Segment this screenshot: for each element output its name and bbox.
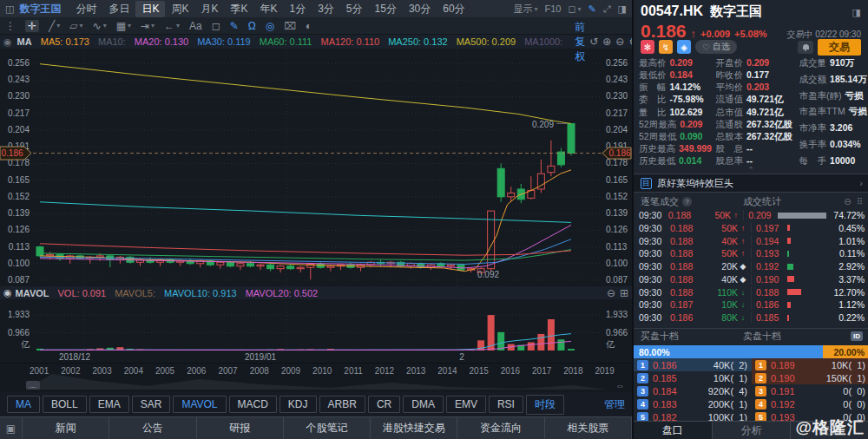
indicator-tab-ARBR[interactable]: ARBR xyxy=(319,396,365,413)
timeline-year-2002[interactable]: 2002 xyxy=(61,366,80,376)
minimize-icon[interactable]: ⊖ xyxy=(607,287,615,299)
target-icon[interactable]: ◎ xyxy=(266,20,274,32)
window-split-icon[interactable]: ◫ xyxy=(5,3,14,15)
period-tab-5分[interactable]: 5分 xyxy=(340,1,369,17)
timeline-year-2003[interactable]: 2003 xyxy=(92,366,111,376)
arrow-tool-icon[interactable]: ←▾ xyxy=(164,20,180,32)
indicator-tab-EMA[interactable]: EMA xyxy=(89,396,129,413)
indicator-tab-RSI[interactable]: RSI xyxy=(489,396,523,413)
timeline-year-2018[interactable]: 2018 xyxy=(563,366,582,376)
trash-icon[interactable]: ⌧ xyxy=(284,20,296,32)
magnet-icon[interactable]: Ω xyxy=(248,20,256,32)
indicator-tab-时段[interactable]: 时段 xyxy=(526,395,564,415)
collapse-icon[interactable]: ◉ xyxy=(3,36,12,48)
timeline-more-button[interactable]: ... xyxy=(26,381,40,390)
timeline-year-2016[interactable]: 2016 xyxy=(501,366,520,376)
indicator-tab-CR[interactable]: CR xyxy=(368,396,400,413)
zoom-in-icon[interactable]: ⊕ xyxy=(602,36,611,48)
period-tab-月K[interactable]: 月K xyxy=(194,1,224,17)
document-icon[interactable]: ◨ xyxy=(852,7,861,18)
timeline-year-2005[interactable]: 2005 xyxy=(155,366,174,376)
polygon-tool-icon[interactable]: ▱▾ xyxy=(69,20,82,32)
timeline-year-2004[interactable]: 2004 xyxy=(124,366,143,376)
ask-level-3[interactable]: 30.1910( 0) xyxy=(752,384,868,397)
grip-icon[interactable]: ⋮ xyxy=(5,20,16,32)
period-tab-3分[interactable]: 3分 xyxy=(312,1,340,17)
indicator-tab-KDJ[interactable]: KDJ xyxy=(279,396,317,413)
wave-tool-icon[interactable]: ∿▾ xyxy=(93,20,107,32)
ask-level-2[interactable]: 20.190150K( 1) xyxy=(752,371,868,384)
panel-tab-盘口[interactable]: 盘口 xyxy=(634,422,713,439)
ask-level-1[interactable]: 10.18910K( 1) xyxy=(752,358,868,371)
layout-dropdown[interactable]: ◻▾ xyxy=(568,3,581,15)
grid-view-icon[interactable]: ⠿ xyxy=(857,197,863,206)
period-tab-年K[interactable]: 年K xyxy=(253,1,283,17)
gann-tool-icon[interactable]: ▦▾ xyxy=(116,20,131,32)
nav-window-icon[interactable]: ▣ xyxy=(0,417,23,439)
trend-line-icon[interactable]: ╱▾ xyxy=(49,20,60,32)
bid-level-2[interactable]: 20.18510K( 1) xyxy=(634,371,752,384)
collapse-icon[interactable]: ◉ xyxy=(3,287,12,298)
manage-indicators-button[interactable]: 管理 xyxy=(604,397,625,412)
nav-tab-研报[interactable]: 研报 xyxy=(197,417,284,439)
minus-circle-icon[interactable]: ⊖ xyxy=(844,197,851,206)
timeline-year-2012[interactable]: 2012 xyxy=(375,366,394,376)
display-dropdown[interactable]: 显示▾ xyxy=(513,3,537,16)
adjust-mode-button[interactable]: 前复权 xyxy=(575,20,585,64)
contrast-icon[interactable]: ◐ xyxy=(306,20,312,32)
nav-tab-公告[interactable]: 公告 xyxy=(109,417,196,439)
bid-level-4[interactable]: 40.183200K( 1) xyxy=(634,397,752,410)
expand-icon[interactable]: ⊞ xyxy=(620,287,628,299)
period-tab-分时[interactable]: 分时 xyxy=(69,1,102,17)
indicator-tab-SAR[interactable]: SAR xyxy=(132,396,171,413)
period-tab-1分[interactable]: 1分 xyxy=(283,1,312,17)
fullscreen-icon[interactable]: ⤢ xyxy=(603,3,611,15)
timeline-year-2014[interactable]: 2014 xyxy=(437,366,457,376)
period-tab-季K[interactable]: 季K xyxy=(224,1,253,17)
crosshair-move-icon[interactable]: ✛ xyxy=(25,20,39,32)
f10-button[interactable]: F10 xyxy=(544,3,561,14)
draw-pen-icon[interactable]: ✎ xyxy=(589,3,596,15)
period-tab-15分[interactable]: 15分 xyxy=(369,1,403,17)
bid-level-5[interactable]: 50.182100K( 1) xyxy=(634,410,752,421)
add-favorite-button[interactable]: ♡自选 xyxy=(695,40,737,54)
timeline-year-2007[interactable]: 2007 xyxy=(218,366,237,376)
hline-tool-icon[interactable]: ⇥▾ xyxy=(141,20,155,32)
nav-tab-港股快捷交易[interactable]: 港股快捷交易 xyxy=(371,417,457,439)
period-tab-60分[interactable]: 60分 xyxy=(437,1,470,17)
timeline-year-2011[interactable]: 2011 xyxy=(344,366,363,376)
period-tab-日K[interactable]: 日K xyxy=(135,1,165,17)
timeline-navigator[interactable]: 2001200220032004200520062007200820092010… xyxy=(0,363,632,392)
undo-icon[interactable]: ↺ xyxy=(589,36,598,48)
indicator-tab-MAVOL[interactable]: MAVOL xyxy=(173,396,226,413)
indicator-tab-DMA[interactable]: DMA xyxy=(403,396,444,413)
help-icon[interactable]: ? xyxy=(682,197,692,206)
bid-level-3[interactable]: 30.184920K( 4) xyxy=(634,384,752,397)
timeline-year-2001[interactable]: 2001 xyxy=(30,366,49,376)
indicator-tab-MACD[interactable]: MACD xyxy=(229,396,277,413)
callout-tool-icon[interactable]: ◻ xyxy=(212,20,220,32)
trade-button[interactable]: 交易 xyxy=(818,39,861,56)
alert-bell-button[interactable] xyxy=(798,41,813,54)
broker-id-toggle[interactable]: ID xyxy=(851,331,863,341)
timeline-year-2008[interactable]: 2008 xyxy=(250,366,269,376)
period-tab-30分[interactable]: 30分 xyxy=(403,1,437,17)
nav-tab-新闻[interactable]: 新闻 xyxy=(23,417,109,439)
info-collapse-chevron[interactable]: ⌃ xyxy=(634,167,868,174)
period-tab-多日[interactable]: 多日 xyxy=(102,1,135,17)
timeline-year-2010[interactable]: 2010 xyxy=(312,366,332,376)
timeline-year-2006[interactable]: 2006 xyxy=(187,366,206,376)
period-tab-周K[interactable]: 周K xyxy=(165,1,194,17)
nav-tab-资金流向[interactable]: 资金流向 xyxy=(457,417,544,439)
panel-toggle-icon[interactable]: ◨ xyxy=(618,3,627,15)
kline-chart[interactable]: 0.2560.2560.2430.2430.2300.2300.2170.217… xyxy=(0,35,632,363)
timeline-year-2019[interactable]: 2019 xyxy=(595,366,614,376)
ask-level-4[interactable]: 40.1920( 0) xyxy=(752,397,868,410)
zoom-out-icon[interactable]: ⊖ xyxy=(615,36,624,48)
timeline-year-2009[interactable]: 2009 xyxy=(281,366,300,376)
indicator-tab-BOLL[interactable]: BOLL xyxy=(43,396,87,413)
timeline-year-2013[interactable]: 2013 xyxy=(406,366,425,376)
indicator-tab-MA[interactable]: MA xyxy=(7,396,40,413)
nav-tab-相关股票[interactable]: 相关股票 xyxy=(545,417,632,439)
nav-tab-个股笔记[interactable]: 个股笔记 xyxy=(284,417,371,439)
